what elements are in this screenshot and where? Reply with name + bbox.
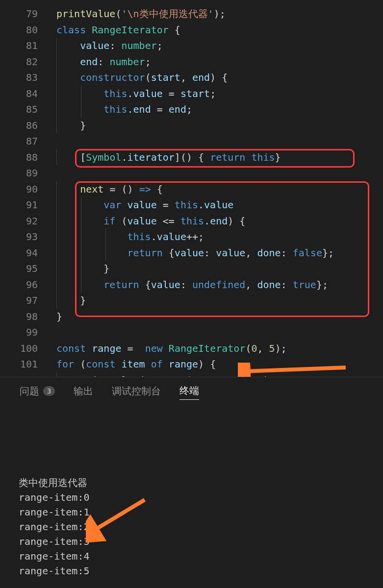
- code-line[interactable]: this.end = end;: [56, 101, 383, 118]
- line-number: 82: [0, 54, 38, 70]
- code-line[interactable]: }: [56, 118, 383, 134]
- tab-terminal-label: 终端: [179, 384, 199, 397]
- code-line[interactable]: if (value <= this.end) {: [56, 213, 383, 229]
- code-line[interactable]: }: [56, 293, 383, 309]
- code-line[interactable]: this.value++;: [56, 229, 383, 245]
- terminal-line: range-item:4: [19, 549, 364, 564]
- code-line[interactable]: var value = this.value: [56, 197, 383, 213]
- terminal-line: range-item:3: [19, 534, 364, 549]
- line-number: 89: [0, 165, 38, 181]
- line-number: 87: [0, 133, 38, 149]
- code-line[interactable]: end: number;: [56, 54, 383, 70]
- code-area[interactable]: printValue('\n类中使用迭代器');class RangeItera…: [47, 0, 383, 377]
- line-number: 80: [0, 22, 38, 38]
- line-number: 97: [0, 293, 38, 309]
- terminal-line: range-item:1: [19, 505, 364, 519]
- line-number: 81: [0, 38, 38, 54]
- bottom-panel: 问题 3 输出 调试控制台 终端 类中使用迭代器range-item:0rang…: [0, 377, 383, 588]
- code-line[interactable]: [56, 133, 383, 149]
- line-number: 101: [0, 356, 38, 372]
- code-editor[interactable]: 7980818283848586878889909192939495969798…: [0, 0, 383, 377]
- code-line[interactable]: value: number;: [56, 38, 383, 54]
- line-number: 93: [0, 229, 38, 245]
- code-line[interactable]: for (const item of range) {: [56, 356, 383, 372]
- line-number: 98: [0, 309, 38, 325]
- panel-tabs: 问题 3 输出 调试控制台 终端: [0, 377, 383, 407]
- line-number: 86: [0, 118, 38, 134]
- terminal-line: 类中使用迭代器: [19, 475, 364, 490]
- problems-badge: 3: [43, 386, 55, 396]
- code-line[interactable]: }: [56, 309, 383, 325]
- tab-debug-label: 调试控制台: [112, 385, 161, 398]
- terminal-line: range-item:5: [19, 564, 364, 578]
- line-number: 83: [0, 70, 38, 86]
- code-line[interactable]: printValue('\n类中使用迭代器');: [56, 6, 383, 22]
- line-gutter: 7980818283848586878889909192939495969798…: [0, 0, 47, 377]
- tab-problems-label: 问题: [20, 385, 39, 398]
- tab-debug[interactable]: 调试控制台: [112, 385, 161, 400]
- tab-output[interactable]: 输出: [74, 385, 93, 400]
- line-number: 92: [0, 213, 38, 229]
- code-line[interactable]: printValue('range-item:' + item);: [56, 372, 383, 377]
- line-number: 99: [0, 324, 38, 341]
- code-line[interactable]: constructor(start, end) {: [56, 70, 383, 86]
- line-number: 88: [0, 149, 38, 166]
- terminal-output[interactable]: 类中使用迭代器range-item:0range-item:1range-ite…: [0, 407, 383, 588]
- line-number: 84: [0, 86, 38, 102]
- line-number: 91: [0, 197, 38, 213]
- tab-terminal[interactable]: 终端: [179, 384, 199, 400]
- code-line[interactable]: [56, 324, 383, 341]
- terminal-line: range-item:0: [19, 490, 364, 505]
- code-line[interactable]: }: [56, 261, 383, 277]
- line-number: 95: [0, 261, 38, 277]
- tab-output-label: 输出: [74, 385, 93, 398]
- terminal-line: range-item:2: [19, 519, 364, 534]
- line-number: 102: [0, 372, 38, 377]
- code-line[interactable]: this.value = start;: [56, 86, 383, 102]
- code-line[interactable]: return {value: value, done: false};: [56, 245, 383, 261]
- line-number: 96: [0, 277, 38, 293]
- line-number: 85: [0, 101, 38, 118]
- line-number: 100: [0, 341, 38, 357]
- code-line[interactable]: class RangeIterator {: [56, 22, 383, 38]
- line-number: 79: [0, 6, 38, 22]
- code-line[interactable]: next = () => {: [56, 181, 383, 197]
- code-line[interactable]: const range = new RangeIterator(0, 5);: [56, 341, 383, 357]
- tab-problems[interactable]: 问题 3: [20, 385, 55, 400]
- line-number: 94: [0, 245, 38, 261]
- code-line[interactable]: return {value: undefined, done: true};: [56, 277, 383, 293]
- code-line[interactable]: [56, 165, 383, 181]
- code-line[interactable]: [Symbol.iterator]() { return this}: [56, 149, 383, 166]
- line-number: 90: [0, 181, 38, 197]
